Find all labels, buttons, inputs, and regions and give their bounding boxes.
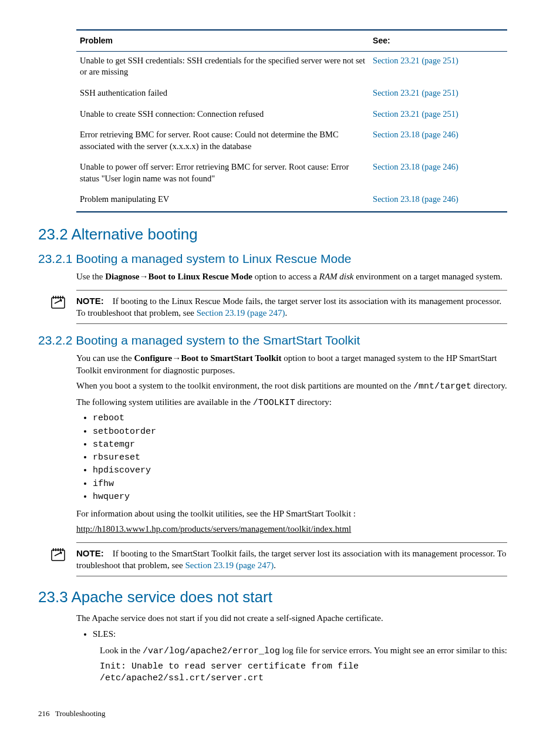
cell-see-link[interactable]: Section 23.18 (page 246) — [369, 158, 507, 190]
cell-see-link[interactable]: Section 23.21 (page 251) — [369, 51, 507, 84]
link-23-19[interactable]: Section 23.19 (page 247) — [185, 561, 274, 570]
os-list: SLES: — [76, 628, 507, 640]
heading-23-2-1: 23.2.1 Booting a managed system to Linux… — [38, 251, 507, 267]
table-row: Error retrieving BMC for server. Root ca… — [76, 126, 507, 158]
heading-23-3: 23.3 Apache service does not start — [38, 587, 507, 607]
note-icon — [50, 546, 68, 565]
note-label: NOTE: — [76, 296, 104, 306]
p-233-1: The Apache service does not start if you… — [76, 612, 507, 624]
cell-problem: Problem manipulating EV — [76, 190, 369, 211]
table-row: Problem manipulating EVSection 23.18 (pa… — [76, 190, 507, 211]
note-label: NOTE: — [76, 548, 104, 558]
table-row: Unable to create SSH connection: Connect… — [76, 105, 507, 126]
cell-see-link[interactable]: Section 23.21 (page 251) — [369, 84, 507, 105]
th-see: See: — [369, 31, 507, 51]
note-icon — [50, 294, 68, 312]
cell-problem: Error retrieving BMC for server. Root ca… — [76, 126, 369, 158]
svg-rect-0 — [52, 298, 65, 308]
list-item: statemgr — [93, 439, 507, 451]
code-block: Init: Unable to read server certificate … — [100, 661, 507, 685]
list-item: reboot — [93, 413, 507, 424]
list-item: ifhw — [93, 478, 507, 490]
cell-problem: Unable to power off server: Error retrie… — [76, 158, 369, 190]
p-2321-1: Use the Diagnose→Boot to Linux Rescue Mo… — [76, 271, 507, 282]
cell-problem: SSH authentication failed — [76, 84, 369, 105]
cell-problem: Unable to create SSH connection: Connect… — [76, 105, 369, 126]
list-item: SLES: — [93, 628, 507, 640]
list-item: rbsureset — [93, 452, 507, 464]
heading-23-2-2: 23.2.2 Booting a managed system to the S… — [38, 332, 507, 349]
p-2322-1: You can use the Configure→Boot to SmartS… — [76, 352, 507, 376]
cell-see-link[interactable]: Section 23.18 (page 246) — [369, 126, 507, 158]
toolkit-url[interactable]: http://h18013.www1.hp.com/products/serve… — [76, 523, 507, 535]
list-item: hwquery — [93, 491, 507, 503]
note-2321: NOTE: If booting to the Linux Rescue Mod… — [76, 290, 507, 325]
table-row: Unable to power off server: Error retrie… — [76, 158, 507, 190]
problem-table: Problem See: Unable to get SSH credentia… — [76, 29, 507, 212]
p-2322-3: The following system utilities are avail… — [76, 396, 507, 409]
table-row: SSH authentication failedSection 23.21 (… — [76, 84, 507, 105]
heading-23-2: 23.2 Alternative booting — [38, 224, 507, 245]
list-item: setbootorder — [93, 426, 507, 438]
p-2322-2: When you boot a system to the toolkit en… — [76, 380, 507, 393]
cell-see-link[interactable]: Section 23.21 (page 251) — [369, 105, 507, 126]
th-problem: Problem — [76, 31, 369, 51]
svg-rect-1 — [52, 550, 65, 561]
utility-list: rebootsetbootorderstatemgrrbsuresethpdis… — [76, 413, 507, 503]
p-2322-4: For information about using the toolkit … — [76, 508, 507, 519]
cell-see-link[interactable]: Section 23.18 (page 246) — [369, 190, 507, 211]
list-item: hpdiscovery — [93, 465, 507, 477]
p-233-2: Look in the /var/log/apache2/error_log l… — [100, 644, 507, 657]
page-footer: 216 Troubleshooting — [38, 708, 507, 719]
cell-problem: Unable to get SSH credentials: SSH crede… — [76, 51, 369, 84]
note-2322: NOTE: If booting to the SmartStart Toolk… — [76, 542, 507, 577]
table-row: Unable to get SSH credentials: SSH crede… — [76, 51, 507, 84]
link-23-19[interactable]: Section 23.19 (page 247) — [197, 308, 285, 318]
